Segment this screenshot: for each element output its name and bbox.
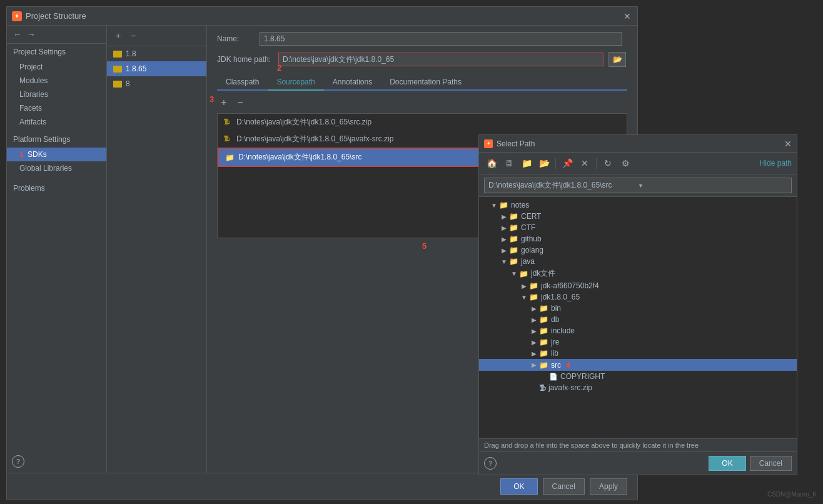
- nav-forward-button[interactable]: →: [27, 29, 36, 39]
- tree-toggle-jre[interactable]: ▶: [529, 339, 539, 346]
- tree-item-java[interactable]: ▼ 📁 java: [479, 256, 797, 267]
- dialog-title-left: ✦ Select Path: [484, 139, 535, 148]
- tree-toggle-java[interactable]: ▼: [499, 258, 509, 265]
- tree-item-jre[interactable]: ▶ 📁 jre: [479, 336, 797, 348]
- tree-item-db[interactable]: ▶ 📁 db: [479, 314, 797, 325]
- dialog-bookmark-button[interactable]: 📌: [560, 156, 575, 171]
- sourcepath-path-3: D:\notes\java\jdk文件\jdk1.8.0_65\src: [238, 152, 361, 163]
- step5-badge: 5: [422, 241, 427, 251]
- dialog-settings-button[interactable]: ⚙: [618, 156, 633, 171]
- tab-classpath[interactable]: Classpath: [217, 74, 268, 91]
- sourcepath-add-button[interactable]: +: [217, 96, 231, 109]
- sourcepath-path-2: D:\notes\java\jdk文件\jdk1.8.0_65\javafx-s…: [236, 134, 393, 144]
- sidebar-item-project[interactable]: Project: [7, 60, 106, 74]
- dialog-bottom-buttons: ? OK Cancel: [479, 451, 797, 475]
- folder-icon-jdk-af: 📁: [529, 281, 538, 290]
- tree-toggle-CTF[interactable]: ▶: [499, 224, 509, 231]
- tree-toggle-jdk1865[interactable]: ▼: [519, 294, 529, 301]
- tree-item-include[interactable]: ▶ 📁 include: [479, 325, 797, 336]
- dialog-refresh-button[interactable]: ↻: [600, 156, 615, 171]
- tree-toggle-github[interactable]: ▶: [499, 236, 509, 243]
- folder-icon-CERT: 📁: [509, 212, 518, 221]
- tree-label-notes: notes: [511, 201, 529, 209]
- sidebar-nav: ← →: [7, 26, 106, 44]
- sidebar-item-problems[interactable]: Problems: [7, 180, 106, 196]
- tree-toggle-jdk-files[interactable]: ▼: [509, 270, 519, 277]
- sidebar-item-sdks[interactable]: 1 SDKs: [7, 148, 106, 161]
- tree-item-CERT[interactable]: ▶ 📁 CERT: [479, 211, 797, 222]
- tab-documentation-paths[interactable]: Documentation Paths: [381, 74, 470, 91]
- sidebar-item-libraries[interactable]: Libraries: [7, 88, 106, 101]
- dialog-hide-path-button[interactable]: Hide path: [760, 159, 792, 168]
- sdk-label: SDKs: [28, 150, 47, 159]
- sourcepath-folder-icon-3: 📁: [225, 153, 235, 162]
- tree-item-CTF[interactable]: ▶ 📁 CTF: [479, 222, 797, 233]
- tree-toggle-src[interactable]: ▶: [529, 361, 539, 368]
- sidebar-item-artifacts[interactable]: Artifacts: [7, 115, 106, 129]
- sourcepath-remove-button[interactable]: −: [233, 96, 247, 109]
- project-settings-header: Project Settings: [7, 44, 106, 60]
- main-ok-button[interactable]: OK: [500, 478, 537, 495]
- nav-back-button[interactable]: ←: [13, 29, 22, 39]
- sidebar-help-button[interactable]: ?: [12, 455, 24, 468]
- tree-toggle-notes[interactable]: ▼: [489, 202, 499, 209]
- tree-label-lib: lib: [551, 349, 558, 358]
- sourcepath-item-srczipzip[interactable]: 🗜 D:\notes\java\jdk文件\jdk1.8.0_65\src.zi…: [218, 114, 627, 131]
- sdk-remove-button[interactable]: −: [127, 29, 139, 42]
- dialog-cancel-button[interactable]: Cancel: [750, 456, 792, 471]
- jdk-path-browse-button[interactable]: 📂: [608, 52, 626, 67]
- sdk-list-item-1865[interactable]: 1.8.65: [107, 61, 206, 76]
- dialog-new-folder-button[interactable]: 📁: [519, 156, 534, 171]
- sdk-list-item-8[interactable]: 8: [107, 76, 206, 91]
- tree-item-jdk1865[interactable]: ▼ 📁 jdk1.8.0_65: [479, 291, 797, 303]
- dialog-close-button[interactable]: ✕: [784, 139, 792, 149]
- sdk-add-button[interactable]: +: [112, 29, 124, 42]
- jdk-path-input[interactable]: [278, 53, 603, 66]
- dialog-home-button[interactable]: 🏠: [484, 156, 499, 171]
- tree-toggle-bin[interactable]: ▶: [529, 305, 539, 312]
- sidebar-item-facets[interactable]: Facets: [7, 101, 106, 115]
- sidebar-item-modules[interactable]: Modules: [7, 74, 106, 88]
- folder-icon-java: 📁: [509, 257, 518, 266]
- tree-item-copyright[interactable]: ▶ 📄 COPYRIGHT: [479, 371, 797, 382]
- sidebar-item-global-libraries[interactable]: Global Libraries: [7, 161, 106, 175]
- tree-toggle-jdk-af[interactable]: ▶: [519, 283, 529, 290]
- path-dropdown-arrow[interactable]: ▼: [638, 183, 787, 189]
- sourcepath-toolbar: + −: [217, 96, 627, 109]
- tree-toggle-db[interactable]: ▶: [529, 316, 539, 323]
- name-input[interactable]: [260, 32, 622, 46]
- main-apply-button[interactable]: Apply: [590, 478, 627, 495]
- tree-label-bin: bin: [551, 304, 561, 313]
- tree-toggle-golang[interactable]: ▶: [499, 247, 509, 254]
- dialog-new-folder2-button[interactable]: 📂: [537, 156, 552, 171]
- tree-label-java: java: [521, 257, 535, 266]
- main-cancel-button[interactable]: Cancel: [543, 478, 585, 495]
- dialog-desktop-button[interactable]: 🖥: [502, 156, 517, 171]
- tree-item-bin[interactable]: ▶ 📁 bin: [479, 303, 797, 314]
- tree-item-golang[interactable]: ▶ 📁 golang: [479, 244, 797, 256]
- browse-icon: 📂: [613, 55, 622, 64]
- tree-view[interactable]: ▼ 📁 notes ▶ 📁 CERT ▶ 📁 CTF ▶ 📁 github: [479, 197, 797, 438]
- tree-item-src[interactable]: ▶ 📁 src 4: [479, 359, 797, 371]
- tree-toggle-include[interactable]: ▶: [529, 328, 539, 335]
- tree-item-javafx-zip[interactable]: ▶ 🗜 javafx-src.zip: [479, 382, 797, 393]
- tree-item-jdk-files[interactable]: ▼ 📁 jdk文件: [479, 267, 797, 280]
- tree-item-notes[interactable]: ▼ 📁 notes: [479, 199, 797, 211]
- tab-annotations[interactable]: Annotations: [324, 74, 381, 91]
- tree-item-jdk-af[interactable]: ▶ 📁 jdk-af660750b2f4: [479, 280, 797, 291]
- dialog-toolbar: 🏠 🖥 📁 📂 📌 ✕ ↻ ⚙ Hide path: [479, 153, 797, 174]
- tree-toggle-CERT[interactable]: ▶: [499, 213, 509, 220]
- dialog-help-button[interactable]: ?: [484, 457, 497, 470]
- tree-toggle-lib[interactable]: ▶: [529, 350, 539, 357]
- tree-item-lib[interactable]: ▶ 📁 lib: [479, 348, 797, 359]
- path-input-row: D:\notes\java\jdk文件\jdk1.8.0_65\src ▼: [479, 174, 797, 197]
- window-close-button[interactable]: ✕: [622, 11, 632, 21]
- tabs-container: Classpath Sourcepath Annotations Documen…: [217, 74, 627, 96]
- tree-item-github[interactable]: ▶ 📁 github: [479, 233, 797, 244]
- sdk-list-item-18[interactable]: 1.8: [107, 46, 206, 61]
- tab-sourcepath[interactable]: Sourcepath: [268, 74, 323, 91]
- platform-settings-header: Platform Settings: [7, 131, 106, 148]
- tree-label-github: github: [521, 234, 542, 243]
- dialog-delete-button[interactable]: ✕: [577, 156, 592, 171]
- dialog-ok-button[interactable]: OK: [709, 456, 745, 471]
